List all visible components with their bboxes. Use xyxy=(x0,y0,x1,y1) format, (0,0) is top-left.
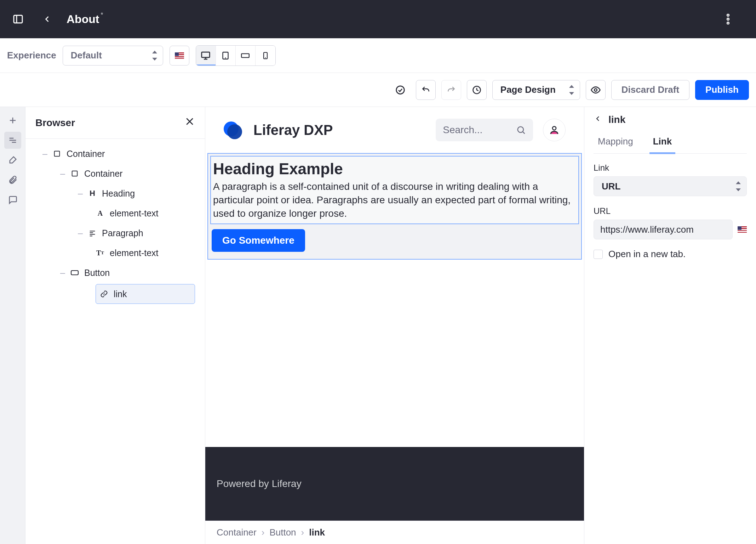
close-icon[interactable] xyxy=(184,116,195,129)
selected-content[interactable]: Heading Example A paragraph is a self-co… xyxy=(210,156,579,224)
page-title: About xyxy=(67,13,99,26)
link-type-label: Link xyxy=(594,163,747,173)
canvas: Liferay DXP Search... Heading Example A … xyxy=(205,107,584,544)
url-input[interactable]: https://www.liferay.com xyxy=(594,220,733,239)
check-icon[interactable] xyxy=(390,80,410,100)
panel-tabs: Mapping Link xyxy=(594,136,747,154)
tree-paragraph[interactable]: –Paragraph xyxy=(30,223,200,243)
rail-attach-button[interactable] xyxy=(4,171,21,188)
paragraph-text: A paragraph is a self-contained unit of … xyxy=(213,180,576,220)
selected-container[interactable]: Heading Example A paragraph is a self-co… xyxy=(207,153,582,260)
rail-browser-button[interactable] xyxy=(4,132,21,149)
browser-title: Browser xyxy=(35,117,75,129)
app-header: About * xyxy=(0,0,756,38)
url-label: URL xyxy=(594,206,747,216)
breadcrumb-link: link xyxy=(309,527,325,538)
rail-comments-button[interactable] xyxy=(4,191,21,208)
breadcrumb-container[interactable]: Container xyxy=(217,527,257,538)
tree-container[interactable]: –Container xyxy=(30,144,200,164)
publish-button[interactable]: Publish xyxy=(695,80,749,100)
user-avatar[interactable] xyxy=(543,119,566,141)
svg-rect-24 xyxy=(72,171,78,176)
mode-select-value: Page Design xyxy=(500,84,556,95)
caret-icon xyxy=(734,181,741,191)
experience-select[interactable]: Default xyxy=(63,46,163,66)
tab-mapping[interactable]: Mapping xyxy=(596,136,635,153)
device-desktop-button[interactable] xyxy=(196,46,216,66)
flag-us-icon xyxy=(175,52,184,59)
experience-label: Experience xyxy=(7,50,56,61)
breadcrumb-sep: › xyxy=(262,527,265,538)
device-mobile-button[interactable] xyxy=(256,46,275,66)
svg-rect-5 xyxy=(202,52,210,57)
flag-us-icon[interactable] xyxy=(738,226,747,233)
browser-panel: Browser –Container –Container –HHeading … xyxy=(25,107,205,544)
editor-toolbar: Page Design Discard Draft Publish xyxy=(0,73,756,107)
svg-point-32 xyxy=(552,126,556,130)
rail-design-button[interactable] xyxy=(4,152,21,169)
device-group xyxy=(196,45,276,66)
device-tablet-button[interactable] xyxy=(216,46,236,66)
tree-link[interactable]: link xyxy=(96,284,195,304)
panel-back-icon[interactable] xyxy=(594,114,602,125)
svg-point-30 xyxy=(518,127,523,132)
redo-button[interactable] xyxy=(441,80,461,100)
svg-line-31 xyxy=(523,132,525,134)
device-landscape-button[interactable] xyxy=(236,46,256,66)
undo-button[interactable] xyxy=(416,80,436,100)
experience-select-value: Default xyxy=(71,50,102,61)
site-footer: Powered by Liferay xyxy=(205,447,584,521)
language-button[interactable] xyxy=(170,46,189,66)
tree-heading[interactable]: –HHeading xyxy=(30,183,200,203)
rail-add-button[interactable] xyxy=(4,112,21,129)
tree-element-text[interactable]: TTelement-text xyxy=(30,243,200,263)
logo-icon xyxy=(224,120,244,140)
heading-text: Heading Example xyxy=(213,160,576,178)
mode-select[interactable]: Page Design xyxy=(492,80,580,100)
experience-bar: Experience Default xyxy=(0,38,756,73)
caret-icon xyxy=(151,51,158,61)
tree-element-text[interactable]: Aelement-text xyxy=(30,203,200,223)
history-button[interactable] xyxy=(467,80,487,100)
svg-rect-10 xyxy=(241,53,249,57)
back-icon[interactable] xyxy=(38,10,57,29)
caret-icon xyxy=(568,85,575,95)
svg-point-13 xyxy=(396,86,405,94)
link-type-select[interactable]: URL xyxy=(594,176,747,196)
svg-rect-29 xyxy=(71,271,78,275)
left-icon-rail xyxy=(0,107,25,544)
svg-rect-0 xyxy=(14,15,22,23)
svg-point-2 xyxy=(727,14,729,16)
new-tab-label: Open in a new tab. xyxy=(608,249,686,260)
breadcrumb-sep: › xyxy=(301,527,304,538)
preview-button[interactable] xyxy=(586,80,606,100)
new-tab-checkbox[interactable] xyxy=(594,250,603,259)
brand-text: Liferay DXP xyxy=(253,122,333,138)
tree-container[interactable]: –Container xyxy=(30,164,200,183)
modified-marker: * xyxy=(101,11,103,19)
search-input[interactable]: Search... xyxy=(436,119,533,141)
search-placeholder: Search... xyxy=(443,124,482,136)
svg-point-15 xyxy=(594,89,597,91)
go-somewhere-button[interactable]: Go Somewhere xyxy=(212,229,305,252)
svg-point-3 xyxy=(727,18,729,20)
tab-link[interactable]: Link xyxy=(652,136,673,153)
svg-point-4 xyxy=(727,22,729,24)
breadcrumb-button[interactable]: Button xyxy=(269,527,296,538)
site-header: Liferay DXP Search... xyxy=(205,107,584,153)
breadcrumb: Container › Button › link xyxy=(205,521,584,544)
toggle-panels-icon[interactable] xyxy=(8,10,28,29)
tree-button[interactable]: –Button xyxy=(30,263,200,283)
panel-title: link xyxy=(608,114,625,125)
svg-rect-23 xyxy=(55,151,60,157)
more-menu-icon[interactable] xyxy=(718,10,738,29)
properties-panel: link Mapping Link Link URL URL https://w… xyxy=(584,107,756,544)
element-tree: –Container –Container –HHeading Aelement… xyxy=(25,139,205,310)
discard-draft-button[interactable]: Discard Draft xyxy=(611,80,689,100)
